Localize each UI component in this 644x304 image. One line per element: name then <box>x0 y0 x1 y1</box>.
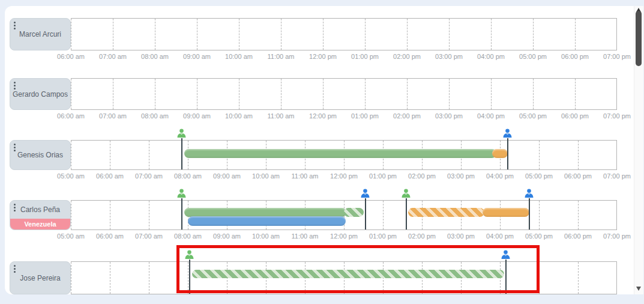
scrollbar-down-arrow-icon[interactable] <box>636 287 641 291</box>
axis-time-label: 04:00 pm <box>472 112 510 120</box>
person-label-box[interactable]: Jose Pereira <box>10 261 71 294</box>
kebab-menu-icon[interactable] <box>14 22 16 29</box>
axis-time-label: 05:00 pm <box>520 172 558 180</box>
green-striped-shift-bar[interactable] <box>192 270 504 278</box>
person-label-box[interactable]: Marcel Arcuri <box>10 18 71 50</box>
kebab-dot <box>14 265 16 267</box>
kebab-dot <box>14 88 16 90</box>
hour-gridline <box>449 19 450 50</box>
green-striped-shift-bar[interactable] <box>344 208 364 217</box>
clock-out-person-marker-icon[interactable] <box>360 189 370 199</box>
axis-time-label: 02:00 pm <box>403 172 441 180</box>
clock-out-person-marker-icon[interactable] <box>501 250 511 260</box>
hour-gridline <box>449 79 450 109</box>
person-name: Gerardo Campos <box>13 90 68 99</box>
timeline-area[interactable] <box>71 261 617 294</box>
kebab-dot <box>14 207 16 208</box>
axis-time-label: 04:00 pm <box>481 172 519 180</box>
axis-time-label: 07:00 am <box>94 112 132 120</box>
kebab-dot <box>14 268 16 270</box>
scheduler-page: 06:00 am07:00 am08:00 am09:00 am10:00 am… <box>0 0 644 304</box>
clock-in-person-marker-icon[interactable] <box>176 189 187 199</box>
orange-striped-shift-bar[interactable] <box>408 208 484 217</box>
axis-time-label: 12:00 pm <box>325 172 363 180</box>
orange-shift-bar[interactable] <box>483 208 529 217</box>
marker-line <box>505 260 507 294</box>
kebab-menu-icon[interactable] <box>14 82 16 90</box>
kebab-dot <box>14 82 16 84</box>
hour-gridline <box>113 19 113 50</box>
country-badge: Venezuela <box>10 219 70 230</box>
kebab-menu-icon[interactable] <box>14 144 16 151</box>
axis-time-label: 07:00 am <box>130 233 168 240</box>
clock-in-person-marker-icon[interactable] <box>401 189 411 199</box>
axis-time-label: 09:00 am <box>178 112 216 120</box>
kebab-dot <box>14 85 16 87</box>
axis-time-label: 05:00 pm <box>520 233 558 240</box>
hour-gridline <box>578 201 579 230</box>
kebab-dot <box>14 144 16 145</box>
hour-gridline <box>155 79 155 109</box>
kebab-dot <box>14 204 16 205</box>
axis-time-label: 06:00 am <box>91 172 129 180</box>
kebab-menu-icon[interactable] <box>14 265 16 273</box>
timeline-area[interactable] <box>71 200 617 230</box>
axis-time-label: 09:00 am <box>178 53 216 60</box>
axis-time-label: 06:00 am <box>91 233 129 240</box>
axis-time-label: 03:00 pm <box>430 112 468 120</box>
marker-line <box>406 198 407 230</box>
person-name-area: Gerardo Campos <box>10 79 70 109</box>
axis-time-label: 07:00 pm <box>598 172 636 180</box>
person-label-box[interactable]: Genesis Orias <box>10 140 71 170</box>
clock-out-person-marker-icon[interactable] <box>502 129 513 139</box>
clock-in-person-marker-icon[interactable] <box>176 129 187 139</box>
axis-time-label: 11:00 am <box>262 112 300 120</box>
axis-time-label: 02:00 pm <box>388 53 426 60</box>
hour-gridline <box>155 19 155 50</box>
hour-gridline <box>110 262 110 294</box>
clock-out-person-marker-icon[interactable] <box>524 189 534 199</box>
scrollbar-thumb[interactable] <box>636 11 642 66</box>
axis-time-label: 10:00 am <box>247 233 285 240</box>
marker-line <box>181 138 182 169</box>
person-label-box[interactable]: Carlos PeñaVenezuela <box>10 200 71 230</box>
kebab-dot <box>14 28 16 29</box>
axis-time-label: 06:00 pm <box>556 112 594 120</box>
hour-gridline <box>539 141 540 169</box>
orange-shift-bar[interactable] <box>492 149 508 158</box>
marker-line <box>189 260 190 294</box>
hour-gridline <box>197 19 197 50</box>
hour-gridline <box>149 201 149 230</box>
kebab-dot <box>14 271 16 273</box>
hour-gridline <box>533 79 534 109</box>
green-shift-bar[interactable] <box>184 149 496 158</box>
clock-in-person-marker-icon[interactable] <box>184 250 194 260</box>
hour-gridline <box>539 262 540 294</box>
axis-time-label: 07:00 am <box>94 53 132 60</box>
axis-time-label: 01:00 pm <box>346 53 384 60</box>
person-name: Carlos Peña <box>20 205 60 214</box>
hour-gridline <box>539 201 540 230</box>
axis-time-label: 09:00 am <box>208 172 246 180</box>
axis-time-label: 05:00 pm <box>514 112 552 120</box>
timeline-area[interactable] <box>71 78 617 110</box>
axis-time-label: 06:00 pm <box>559 172 597 180</box>
person-label-box[interactable]: Gerardo Campos <box>10 78 71 110</box>
axis-time-label: 10:00 am <box>220 112 258 120</box>
kebab-dot <box>14 210 16 211</box>
axis-time-label: 06:00 am <box>52 53 90 60</box>
timeline-area[interactable] <box>71 18 617 50</box>
hour-gridline <box>407 19 408 50</box>
marker-line <box>529 198 530 230</box>
kebab-menu-icon[interactable] <box>14 204 16 211</box>
hour-gridline <box>188 262 188 294</box>
blue-shift-bar[interactable] <box>188 216 346 226</box>
hour-gridline <box>578 141 579 169</box>
hour-gridline <box>323 19 324 50</box>
axis-time-label: 05:00 am <box>52 233 90 240</box>
vertical-scrollbar[interactable] <box>634 6 643 294</box>
timeline-area[interactable] <box>71 140 617 170</box>
green-shift-bar[interactable] <box>184 208 346 217</box>
axis-time-label: 07:00 am <box>130 172 168 180</box>
axis-time-label: 07:00 pm <box>598 233 636 240</box>
